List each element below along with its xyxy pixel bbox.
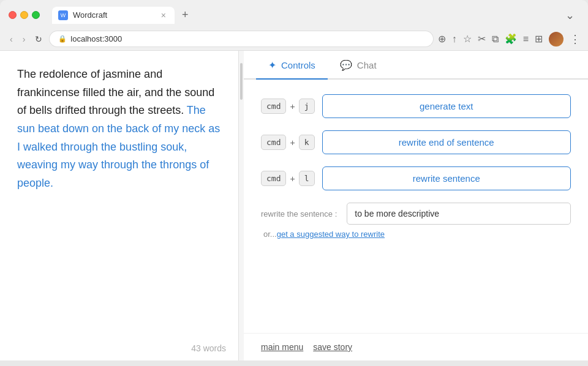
editor-text-highlighted: The sun beat down on the back of my neck…	[17, 104, 220, 189]
tab-close-button[interactable]: ×	[161, 10, 166, 20]
copy-icon[interactable]: ⧉	[492, 34, 499, 45]
close-window-button[interactable]	[9, 11, 17, 19]
browser-chrome: W Wordcraft × + ⌄ ‹ › ↻ 🔒 localhost:3000…	[0, 0, 588, 51]
zoom-icon[interactable]: ⊕	[438, 33, 446, 45]
controls-tab-label: Controls	[281, 60, 315, 70]
rewrite-input-field[interactable]	[347, 203, 571, 225]
suggest-link[interactable]: get a suggested way to rewrite	[277, 230, 385, 239]
reload-button[interactable]: ↻	[32, 33, 45, 45]
generate-text-button[interactable]: generate text	[322, 94, 571, 118]
window-expand-button[interactable]: ⌄	[565, 9, 575, 22]
share-icon[interactable]: ↑	[452, 34, 457, 45]
browser-menu-button[interactable]: ⋮	[570, 32, 581, 46]
chat-icon: 💬	[340, 59, 352, 71]
back-button[interactable]: ‹	[7, 33, 15, 45]
tab-bar: W Wordcraft × +	[45, 6, 201, 24]
address-bar-row: ‹ › ↻ 🔒 localhost:3000 ⊕ ↑ ☆ ✂ ⧉ 🧩 ≡ ⊞ ⋮	[0, 28, 588, 51]
cut-icon[interactable]: ✂	[478, 33, 486, 45]
generate-text-row: cmd + j generate text	[261, 94, 571, 118]
traffic-lights	[9, 11, 40, 19]
extensions-icon[interactable]: 🧩	[505, 33, 517, 45]
active-tab[interactable]: W Wordcraft ×	[52, 7, 175, 24]
tab-chat[interactable]: 💬 Chat	[328, 51, 389, 78]
forward-button[interactable]: ›	[20, 33, 28, 45]
rewrite-sentence-shortcut: cmd + l	[261, 171, 315, 186]
word-count: 43 words	[0, 338, 238, 360]
rewrite-sentence-row: cmd + l rewrite sentence	[261, 166, 571, 190]
app-container: The redolence of jasmine and frankincens…	[0, 51, 588, 360]
plus-1: +	[290, 102, 295, 111]
sparkle-icon: ✦	[268, 59, 276, 71]
rewrite-sentence-button[interactable]: rewrite sentence	[322, 166, 571, 190]
bookmark-icon[interactable]: ☆	[463, 33, 472, 45]
address-bar[interactable]: 🔒 localhost:3000	[50, 31, 432, 47]
tab-groups-icon[interactable]: ⊞	[535, 33, 543, 45]
editor-panel: The redolence of jasmine and frankincens…	[0, 51, 239, 360]
plus-2: +	[290, 138, 295, 148]
main-menu-link[interactable]: main menu	[261, 342, 303, 352]
plus-3: +	[290, 174, 295, 184]
or-link-row: or...get a suggested way to rewrite	[263, 230, 571, 239]
generate-shortcut: cmd + j	[261, 99, 315, 114]
maximize-window-button[interactable]	[32, 11, 40, 19]
rewrite-end-shortcut: cmd + k	[261, 135, 315, 150]
rewrite-end-button[interactable]: rewrite end of sentence	[322, 130, 571, 154]
profile-avatar[interactable]	[549, 32, 564, 47]
editor-content[interactable]: The redolence of jasmine and frankincens…	[0, 51, 238, 338]
rewrite-label-text: rewrite the sentence :	[261, 209, 337, 218]
save-story-link[interactable]: save story	[313, 342, 352, 352]
minimize-window-button[interactable]	[20, 11, 28, 19]
security-icon: 🔒	[58, 35, 67, 43]
l-key: l	[299, 171, 315, 186]
cmd-key-2: cmd	[261, 135, 286, 150]
reading-list-icon[interactable]: ≡	[523, 34, 529, 45]
footer-actions: main menu save story	[244, 333, 588, 360]
rewrite-end-row: cmd + k rewrite end of sentence	[261, 130, 571, 154]
cmd-key-1: cmd	[261, 99, 286, 114]
j-key: j	[299, 99, 315, 114]
scrollbar-thumb[interactable]	[240, 63, 243, 100]
controls-content: cmd + j generate text cmd + k rewrite en…	[244, 80, 588, 333]
address-text: localhost:3000	[70, 34, 122, 43]
k-key: k	[299, 135, 315, 150]
scrollbar-divider	[239, 51, 244, 360]
tab-title: Wordcraft	[73, 10, 107, 20]
editor-text-normal: The redolence of jasmine and frankincens…	[17, 68, 214, 116]
new-tab-button[interactable]: +	[177, 6, 194, 24]
rewrite-label-row: rewrite the sentence :	[261, 203, 571, 225]
controls-panel: ✦ Controls 💬 Chat cmd + j generate text	[244, 51, 588, 360]
or-text: or...	[263, 230, 277, 239]
cmd-key-3: cmd	[261, 171, 286, 186]
tab-controls[interactable]: ✦ Controls	[256, 51, 328, 80]
chat-tab-label: Chat	[357, 60, 377, 70]
toolbar-icons: ⊕ ↑ ☆ ✂ ⧉ 🧩 ≡ ⊞ ⋮	[438, 32, 581, 47]
tab-favicon: W	[58, 10, 68, 20]
rewrite-input-section: rewrite the sentence : or...get a sugges…	[261, 203, 571, 239]
title-bar: W Wordcraft × + ⌄	[0, 0, 588, 28]
panel-tabs: ✦ Controls 💬 Chat	[244, 51, 588, 80]
